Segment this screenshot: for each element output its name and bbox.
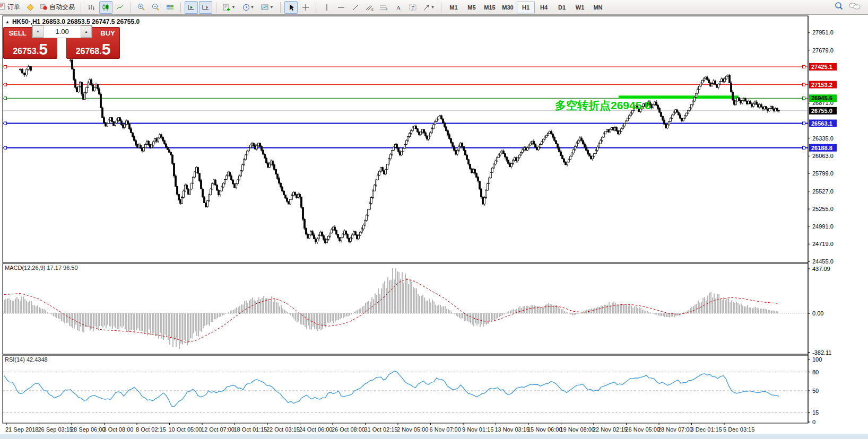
- text-button[interactable]: A: [392, 1, 405, 14]
- pivot-annotation[interactable]: 多空转折点26945.6: [555, 98, 651, 113]
- chart-shift-button[interactable]: [199, 1, 212, 14]
- pane-frames: [0, 16, 868, 439]
- vertical-line-button[interactable]: [320, 1, 333, 14]
- templates-button[interactable]: ▼: [258, 1, 276, 14]
- time-label: 3 Oct 08:00: [103, 426, 134, 433]
- price-tick: 24455.0: [812, 258, 834, 265]
- horizontal-line-button[interactable]: [334, 1, 348, 14]
- separator: [81, 2, 81, 13]
- time-label: 9 Nov 01:15: [462, 426, 493, 433]
- new-order-button[interactable]: 订单: [0, 2, 23, 13]
- separator: [131, 2, 131, 13]
- price-chip-label: 26563.1: [811, 120, 832, 127]
- equidistant-channel-button[interactable]: E: [363, 1, 376, 14]
- line-handle: [803, 97, 805, 100]
- macd-tick: 0.00: [812, 310, 823, 317]
- price-chip-label: 26755.0: [811, 108, 832, 114]
- time-label: 28 Sep 06:00: [71, 426, 105, 433]
- timeframe-m30[interactable]: M30: [499, 2, 517, 13]
- line-handle: [4, 97, 7, 100]
- macd-tick: -382.11: [812, 349, 832, 356]
- indicators-button[interactable]: ▼: [220, 1, 238, 14]
- timeframe-m15[interactable]: M15: [481, 2, 499, 13]
- timeframe-m1[interactable]: M1: [445, 2, 463, 13]
- buy-price-frac: 5: [102, 41, 111, 57]
- price-tick: 26063.0: [812, 153, 834, 159]
- timeframe-mn[interactable]: MN: [589, 2, 607, 13]
- volume-input[interactable]: [44, 25, 81, 38]
- time-label: 2 Nov 05:00: [397, 426, 428, 433]
- buy-label: BUY: [96, 29, 119, 37]
- price-tick: 27951.0: [812, 29, 834, 36]
- sell-price: 26753.5: [4, 41, 57, 57]
- auto-scroll-button[interactable]: [185, 1, 198, 14]
- sell-label: SELL: [4, 29, 31, 37]
- one-click-trading-panel: SELL 26753.5 BUY 26768.5 ▼ ▲: [3, 25, 119, 58]
- main-pane[interactable]: [3, 16, 808, 262]
- search-icon[interactable]: [835, 2, 844, 13]
- autotrading-label: 自动交易: [49, 3, 75, 12]
- chart-title-text: HK50-,H1 26853.0 26853.5 26747.5 26755.0: [12, 18, 140, 25]
- bottom-strip: [0, 434, 868, 439]
- line-handle: [4, 122, 7, 125]
- time-label: 12 Oct 07:00: [201, 426, 235, 433]
- separator: [280, 2, 281, 13]
- candlestick-chart-button[interactable]: [99, 1, 112, 14]
- sell-price-frac: 5: [39, 41, 48, 57]
- timeframe-d1[interactable]: D1: [553, 2, 571, 13]
- arrows-button[interactable]: ▼: [420, 1, 437, 14]
- rsi-indicator-label: RSI(14) 42.4348: [5, 356, 48, 363]
- time-label: 3 Dec 01:15: [691, 426, 722, 433]
- macd-tick: 437.09: [812, 266, 830, 272]
- volume-spinner: ▼ ▲: [32, 25, 92, 38]
- time-label: 5 Dec 03:15: [723, 426, 754, 433]
- macd-indicator-label: MACD(12,26,9) 17.17 96.50: [5, 265, 78, 271]
- time-label: 28 Nov 07:00: [658, 426, 692, 433]
- time-label: 13 Nov 03:15: [495, 426, 530, 433]
- time-label: 10 Oct 05:00: [169, 426, 202, 433]
- timeframe-h4[interactable]: H4: [535, 2, 553, 13]
- volume-decrease-button[interactable]: ▼: [32, 25, 44, 38]
- time-label: 6 Nov 07:00: [430, 426, 461, 433]
- fibonacci-button[interactable]: F: [377, 1, 390, 14]
- chart-title: ▲HK50-,H1 26853.0 26853.5 26747.5 26755.…: [5, 18, 140, 25]
- timeframe-w1[interactable]: W1: [571, 2, 589, 13]
- rsi-tick: 0: [812, 419, 815, 425]
- chevron-down-icon: ▼: [231, 5, 236, 10]
- timeframe-m5[interactable]: M5: [463, 2, 481, 13]
- trendline-button[interactable]: [349, 1, 362, 14]
- new-order-icon: [0, 3, 5, 12]
- cursor-button[interactable]: [284, 1, 298, 14]
- line-handle: [803, 122, 805, 125]
- periods-button[interactable]: ▼: [239, 1, 257, 14]
- price-tick: 25255.0: [812, 206, 834, 212]
- zoom-in-button[interactable]: [135, 1, 148, 14]
- line-chart-button[interactable]: [114, 1, 127, 14]
- text-label-button[interactable]: T: [406, 1, 419, 14]
- time-label: 8 Oct 02:15: [136, 426, 166, 433]
- time-label: 26 Nov 05:00: [626, 426, 660, 433]
- time-label: 31 Oct 02:15: [364, 426, 398, 433]
- line-handle: [4, 146, 7, 149]
- metaquotes-icon[interactable]: [23, 1, 37, 14]
- price-chip-label: 26188.8: [811, 145, 832, 151]
- crosshair-button[interactable]: [299, 1, 312, 14]
- sell-price-main: 26753: [13, 47, 37, 57]
- time-label: 21 Sep 2018: [5, 426, 38, 433]
- line-handle: [4, 66, 7, 68]
- rsi-pane[interactable]: [3, 355, 808, 423]
- time-label: 15 Nov 06:00: [527, 426, 562, 433]
- chart-canvas[interactable]: 27951.027679.026871.026335.026063.025799…: [0, 15, 868, 439]
- autotrading-icon: [40, 3, 47, 12]
- collapse-triangle-icon[interactable]: ▲: [5, 20, 10, 24]
- bar-chart-button[interactable]: [85, 1, 98, 14]
- chat-icon[interactable]: [849, 2, 861, 13]
- time-label: 26 Sep 03:15: [38, 426, 73, 433]
- tile-windows-button[interactable]: [163, 1, 177, 14]
- volume-increase-button[interactable]: ▲: [81, 25, 92, 38]
- zoom-out-button[interactable]: [149, 1, 162, 14]
- price-tick: 27679.0: [812, 47, 834, 54]
- autotrading-button[interactable]: 自动交易: [37, 2, 77, 13]
- separator: [316, 2, 316, 13]
- timeframe-h1[interactable]: H1: [517, 2, 535, 13]
